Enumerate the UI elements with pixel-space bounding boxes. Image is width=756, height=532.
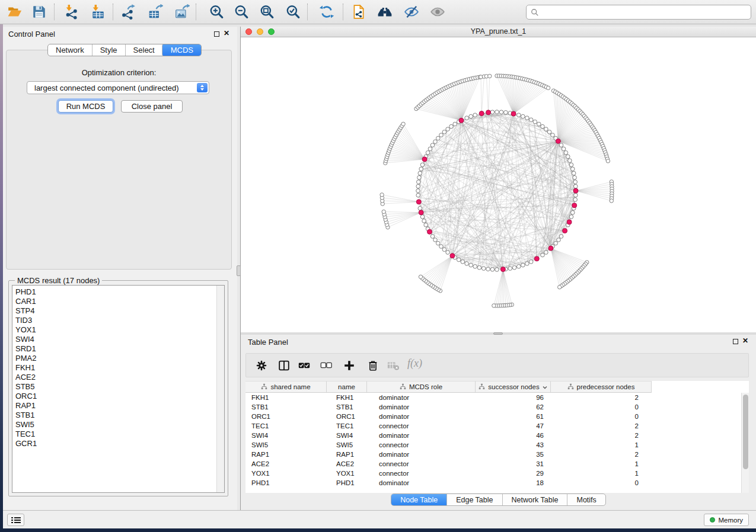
toolbar-separator (307, 4, 308, 20)
task-history-button[interactable] (7, 514, 24, 526)
column-header-name[interactable]: name (327, 381, 367, 393)
zoom-out-button[interactable] (232, 3, 250, 21)
show-all-button[interactable] (429, 3, 446, 21)
table-scrollbar[interactable] (741, 393, 749, 493)
table-row[interactable]: SWI5SWI5connector431 (245, 440, 749, 450)
table-row[interactable]: PHD1PHD1dominator180 (245, 478, 749, 488)
zoom-in-button[interactable] (208, 3, 225, 21)
show-columns-button[interactable] (277, 358, 292, 373)
mcds-result-item[interactable]: PHD1 (12, 287, 224, 297)
zoom-selected-button[interactable] (284, 3, 302, 21)
mcds-result-item[interactable]: YOX1 (12, 325, 224, 335)
criterion-dropdown[interactable]: largest connected component (undirected) (27, 81, 209, 94)
open-session-button[interactable] (6, 3, 24, 21)
table-row[interactable]: SWI4SWI4dominator462 (245, 431, 749, 440)
function-builder-button[interactable]: f(x) (407, 357, 422, 370)
mcds-result-item[interactable]: SRD1 (12, 344, 224, 354)
table-row[interactable]: YOX1YOX1connector291 (245, 469, 749, 478)
deselect-all-rows-button[interactable] (319, 358, 334, 373)
mcds-list-scrollbar[interactable] (216, 286, 224, 492)
tab-style[interactable]: Style (92, 44, 125, 56)
import-network-icon (63, 4, 79, 20)
mcds-result-item[interactable]: TID3 (12, 316, 224, 325)
mcds-result-item[interactable]: PMA2 (12, 354, 224, 363)
select-all-rows-button[interactable] (297, 358, 312, 373)
table-row[interactable]: FKH1FKH1dominator962 (245, 393, 749, 402)
mcds-result-item[interactable]: FKH1 (12, 363, 224, 373)
first-neighbors-button[interactable] (376, 3, 394, 21)
table-row[interactable]: ORC1ORC1dominator610 (245, 412, 749, 421)
mcds-result-item[interactable]: GCR1 (12, 439, 224, 448)
memory-button[interactable]: Memory (704, 514, 749, 526)
toolbar-separator (54, 4, 55, 20)
tab-select[interactable]: Select (125, 44, 162, 56)
import-network-button[interactable] (62, 3, 80, 21)
column-header-predecessor-nodes[interactable]: predecessor nodes (551, 381, 652, 393)
column-header-label: name (338, 383, 355, 390)
mcds-result-item[interactable]: CAR1 (12, 297, 224, 306)
float-table-panel-button[interactable] (733, 339, 738, 344)
maximize-window-icon[interactable] (268, 28, 275, 35)
sort-indicator-icon (543, 383, 547, 390)
table-cell: 0 (551, 478, 652, 488)
tab-mcds[interactable]: MCDS (162, 44, 202, 56)
mcds-result-item[interactable]: SWI4 (12, 335, 224, 344)
mcds-result-item[interactable]: SWI5 (12, 420, 224, 430)
vertical-splitter[interactable] (237, 27, 241, 510)
column-header-shared-name[interactable]: shared name (245, 381, 327, 393)
table-row[interactable]: STB1STB1dominator620 (245, 402, 749, 412)
table-cell: dominator (367, 402, 476, 412)
tab-node-table[interactable]: Node Table (391, 494, 446, 505)
delete-column-button[interactable] (366, 358, 381, 373)
mcds-result-item[interactable]: STP4 (12, 306, 224, 316)
mcds-result-item[interactable]: RAP1 (12, 401, 224, 411)
table-cell: SWI4 (327, 431, 367, 440)
zoom-fit-button[interactable] (258, 3, 276, 21)
tab-network-table[interactable]: Network Table (502, 494, 567, 505)
table-row[interactable]: ACE2ACE2connector311 (245, 459, 749, 469)
table-settings-button[interactable] (254, 358, 270, 373)
horizontal-splitter-handle[interactable] (493, 332, 503, 335)
apply-layout-button[interactable] (318, 3, 336, 21)
column-header-successor-nodes[interactable]: successor nodes (476, 381, 551, 393)
table-scrollbar-thumb[interactable] (743, 395, 748, 469)
mcds-result-item[interactable]: STB1 (12, 411, 224, 420)
table-row[interactable]: TEC1TEC1connector472 (245, 421, 749, 431)
new-network-from-selection-button[interactable] (350, 3, 368, 21)
hide-selected-button[interactable] (403, 3, 420, 21)
network-canvas[interactable] (241, 37, 756, 332)
table-row[interactable]: RAP1RAP1dominator352 (245, 450, 749, 459)
delete-table-button[interactable] (386, 358, 401, 373)
import-table-button[interactable] (89, 3, 107, 21)
tab-network[interactable]: Network (48, 44, 92, 56)
vertical-splitter-handle[interactable] (237, 265, 241, 276)
minimize-window-icon[interactable] (257, 28, 263, 35)
import-table-icon (90, 4, 106, 20)
export-network-button[interactable] (119, 3, 136, 21)
column-header-label: MCDS role (409, 383, 442, 390)
table-cell: PHD1 (245, 478, 327, 488)
export-table-button[interactable] (146, 3, 164, 21)
mcds-result-item[interactable]: ORC1 (12, 392, 224, 401)
document-network-icon (351, 4, 366, 20)
search-input[interactable] (539, 7, 751, 18)
close-panel-button[interactable]: ✕ (222, 29, 231, 37)
close-panel-button-mcds[interactable]: Close panel (121, 100, 183, 113)
save-session-button[interactable] (30, 3, 48, 21)
table-panel: Table Panel ✕ f(x) (241, 335, 756, 510)
float-panel-button[interactable] (214, 31, 219, 37)
mcds-result-item[interactable]: ACE2 (12, 373, 224, 382)
tab-motifs[interactable]: Motifs (567, 494, 605, 505)
mcds-result-item[interactable]: STB5 (12, 382, 224, 392)
horizontal-splitter[interactable] (241, 332, 756, 335)
close-table-panel-button[interactable]: ✕ (741, 336, 749, 345)
export-image-button[interactable] (173, 3, 191, 21)
tab-edge-table[interactable]: Edge Table (446, 494, 502, 505)
mcds-result-group: MCDS result (17 nodes) PHD1CAR1STP4TID3Y… (8, 280, 228, 496)
checked-boxes-icon (298, 359, 311, 372)
run-mcds-button[interactable]: Run MCDS (58, 100, 113, 113)
add-column-button[interactable] (342, 358, 358, 373)
close-window-icon[interactable] (245, 28, 252, 35)
column-header-mcds-role[interactable]: MCDS role (367, 381, 476, 393)
mcds-result-item[interactable]: TEC1 (12, 430, 224, 439)
